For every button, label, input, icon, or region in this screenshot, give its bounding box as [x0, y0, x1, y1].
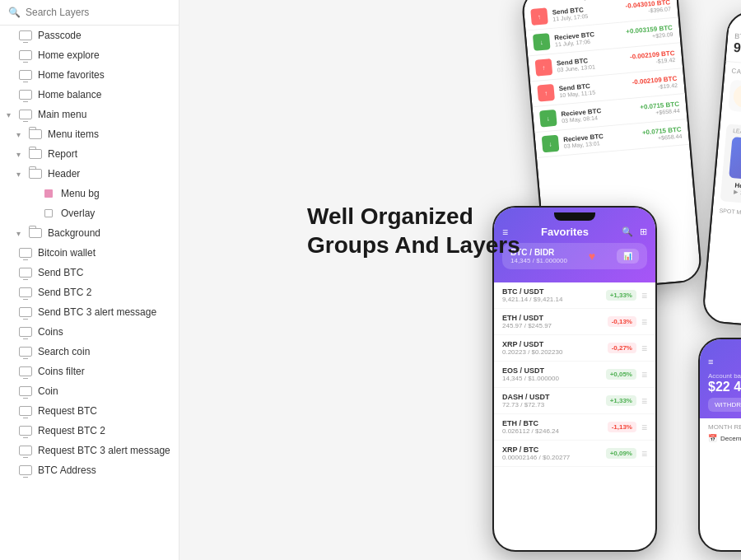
- layer-label: Overlay: [61, 208, 95, 219]
- tx-info: Send BTC03 June, 13:01: [557, 54, 631, 73]
- layer-item-coin[interactable]: Coin: [0, 381, 179, 401]
- menu-icon: ≡: [641, 316, 647, 328]
- layer-label: Search coin: [38, 346, 90, 357]
- fav-list-pair: XRP / USDT: [502, 340, 608, 348]
- layer-label: Send BTC 3 alert message: [38, 306, 156, 318]
- tx-amount: +0.003159 BTC+$29.09: [626, 24, 673, 41]
- layer-item-main-menu[interactable]: ▾Main menu: [0, 105, 179, 124]
- p3-learn: LEARN HOW TO ▶ How to use the trading pl…: [720, 124, 741, 213]
- phone4-screen: ≡ Favorites ✓ Account balance $22 490.00…: [700, 339, 741, 550]
- p4-balance-section: Account balance $22 490.00 WITHDRA...: [708, 372, 741, 412]
- layer-arrow: ▾: [16, 170, 26, 179]
- phone4-mockup: ≡ Favorites ✓ Account balance $22 490.00…: [698, 338, 741, 552]
- layer-item-coins[interactable]: Coins: [0, 322, 179, 342]
- layer-arrow: ▾: [16, 150, 26, 159]
- layer-label: Home balance: [38, 89, 101, 100]
- layer-item-report[interactable]: ▾Report: [0, 144, 179, 164]
- fav-list-price: 14,345 / $1.000000: [502, 375, 606, 382]
- layer-item-search-coin[interactable]: Search coin: [0, 342, 179, 362]
- layers-panel: 🔍 PasscodeHome exploreHome favoritesHome…: [0, 0, 179, 560]
- right-panel: Well Organized Groups And Layers 9:41 ↑S…: [179, 0, 741, 560]
- fav-list-info: XRP / BTC 0.00002146 / $0.20277: [502, 446, 606, 461]
- fav-change: -0,13%: [608, 316, 636, 327]
- layer-label: Home favorites: [38, 69, 105, 81]
- layer-icon-screen: [18, 306, 33, 318]
- fav-list-info: XRP / USDT 0.20223 / $0.202230: [502, 340, 608, 356]
- chart-area: [708, 449, 741, 506]
- fav-list-item: XRP / BTC 0.00002146 / $0.20277 +0,09% ≡: [494, 441, 655, 467]
- layer-item-request-btc-2[interactable]: Request BTC 2: [0, 421, 179, 441]
- layer-label: Send BTC 2: [38, 287, 91, 298]
- layer-item-header[interactable]: ▾Header: [0, 164, 179, 184]
- p4-month-title: MONTH REPORT: [708, 423, 741, 431]
- search-icon[interactable]: 🔍: [622, 226, 633, 237]
- fav-list-pair: EOS / USDT: [502, 366, 606, 375]
- layer-label: Coin: [38, 385, 58, 397]
- layer-item-menu-items[interactable]: ▾Menu items: [0, 124, 179, 144]
- p4-balance-label: Account balance: [708, 372, 741, 380]
- fav-list-pair: ETH / BTC: [502, 419, 608, 427]
- layer-icon-folder: [28, 168, 43, 180]
- fav-list-pair: BTC / USDT: [502, 287, 606, 296]
- layer-icon-screen: [18, 405, 33, 417]
- fav-list-item: XRP / USDT 0.20223 / $0.202230 -0,27% ≡: [494, 335, 655, 362]
- layer-label: Coins: [38, 326, 63, 338]
- layer-item-home-balance[interactable]: Home balance: [0, 85, 179, 105]
- layer-item-bitcoin-wallet[interactable]: Bitcoin wallet: [0, 243, 179, 263]
- fav-list-price: 0.20223 / $0.202230: [502, 348, 608, 356]
- fav-topbar: ≡ Favorites 🔍 ⊞: [502, 226, 647, 238]
- p4-month-name: December: [720, 435, 741, 442]
- layer-icon-screen: [18, 247, 33, 259]
- tx-amount: -0.043010 BTC-$396.07: [625, 0, 671, 16]
- layer-item-send-btc-2[interactable]: Send BTC 2: [0, 282, 179, 302]
- layer-item-send-btc[interactable]: Send BTC: [0, 263, 179, 282]
- p3-spot: SPOT MARKETS: [712, 203, 741, 230]
- fav-change: +1,33%: [606, 290, 636, 301]
- layer-icon-screen: [18, 425, 33, 436]
- fav-change: +0,05%: [606, 369, 636, 380]
- fav-list-item: EOS / USDT 14,345 / $1.000000 +0,05% ≡: [494, 362, 655, 388]
- layer-item-request-btc-3[interactable]: Request BTC 3 alert message: [0, 441, 179, 460]
- fav-list-price: 245.97 / $245.97: [502, 322, 608, 329]
- menu-icon: ≡: [641, 369, 647, 380]
- search-input[interactable]: [26, 7, 170, 18]
- p4-header: ≡ Favorites ✓ Account balance $22 490.00…: [700, 339, 741, 418]
- fav-list-price: 9,421.14 / $9,421.14: [502, 296, 606, 303]
- menu-icon: ≡: [641, 422, 647, 433]
- fav-icons: 🔍 ⊞: [622, 226, 647, 237]
- fav-change: +1,33%: [606, 395, 636, 406]
- layer-label: Menu items: [48, 128, 99, 140]
- send-icon: ↑: [537, 84, 555, 102]
- tx-info: Recieve BTC03 May, 13:01: [563, 129, 643, 149]
- layer-icon-screen: [18, 30, 33, 41]
- headline-line1: Well Organized: [307, 203, 473, 229]
- fav-list-info: BTC / USDT 9,421.14 / $9,421.14: [502, 287, 606, 303]
- fav-change: -1,13%: [608, 422, 636, 432]
- fav-list-item: DASH / USDT 72.73 / $72.73 +1,33% ≡: [494, 388, 655, 414]
- layer-label: Main menu: [38, 109, 86, 120]
- p3-spot-title: SPOT MARKETS: [719, 208, 741, 226]
- layer-icon-folder: [28, 128, 43, 140]
- layer-item-home-explore[interactable]: Home explore: [0, 45, 179, 65]
- grid-icon[interactable]: ⊞: [640, 226, 647, 237]
- layer-item-coins-filter[interactable]: Coins filter: [0, 362, 179, 381]
- recv-icon: ↓: [533, 33, 551, 51]
- layer-item-menu-bg[interactable]: Menu bg: [0, 184, 179, 203]
- fav-title: Favorites: [541, 226, 589, 238]
- phone-container: 9:41 ↑Send BTC11 July, 17:05-0.043010 BT…: [179, 0, 741, 560]
- search-bar[interactable]: 🔍: [0, 0, 179, 26]
- layer-item-request-btc[interactable]: Request BTC: [0, 401, 179, 421]
- layer-item-passcode[interactable]: Passcode: [0, 26, 179, 45]
- layer-item-overlay[interactable]: Overlay: [0, 203, 179, 223]
- layer-label: Send BTC: [38, 267, 83, 278]
- layer-icon-screen: [18, 287, 33, 298]
- p4-withdraw-btn[interactable]: WITHDRA...: [708, 398, 741, 412]
- layer-item-background[interactable]: ▾Background: [0, 223, 179, 243]
- layer-arrow: ▾: [7, 110, 16, 119]
- layer-item-btc-address[interactable]: BTC Address: [0, 460, 179, 480]
- fav-list-info: DASH / USDT 72.73 / $72.73: [502, 393, 606, 408]
- fav-card-btn[interactable]: 📊: [617, 249, 639, 264]
- p4-topbar: ≡ Favorites ✓: [708, 354, 741, 369]
- layer-item-home-favorites[interactable]: Home favorites: [0, 65, 179, 85]
- layer-item-send-btc-3[interactable]: Send BTC 3 alert message: [0, 302, 179, 322]
